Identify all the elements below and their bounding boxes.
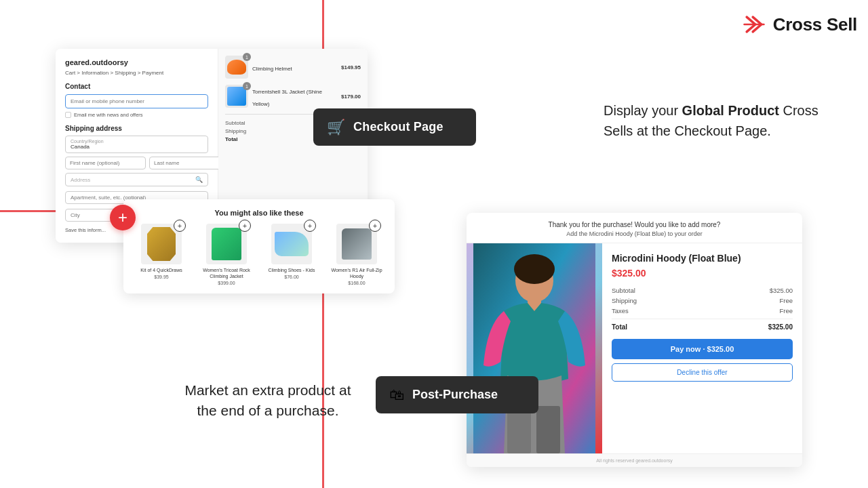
country-value: Canada bbox=[71, 144, 203, 150]
address-search-icon: 🔍 bbox=[195, 176, 203, 183]
email-news-row: Email me with news and offers bbox=[65, 112, 208, 118]
pp-subtotal-label: Subtotal bbox=[612, 287, 635, 294]
pp-shipping-label: Shipping bbox=[612, 297, 637, 304]
pp-person-svg bbox=[473, 243, 595, 453]
pp-product-name: Microdini Hoody (Float Blue) bbox=[612, 253, 793, 264]
email-input[interactable] bbox=[65, 94, 208, 108]
pp-body: Microdini Hoody (Float Blue) $325.00 Sub… bbox=[467, 243, 802, 453]
email-news-checkbox[interactable] bbox=[65, 112, 71, 118]
upsell-products-list: + Kit of 4 QuickDraws $39.95 + Women's T… bbox=[132, 224, 387, 285]
pp-footer: All rights reserved geared.outdoorsy bbox=[467, 453, 802, 467]
upsell-product-2-img: + bbox=[206, 224, 247, 264]
country-region-label: Country/Region bbox=[71, 139, 203, 144]
green-jacket-image bbox=[212, 228, 241, 260]
carabiners-image bbox=[147, 227, 176, 261]
pp-decline-button[interactable]: Decline this offer bbox=[612, 363, 793, 382]
pp-shipping-value: Free bbox=[779, 297, 793, 304]
hoodie-image bbox=[342, 228, 372, 260]
upsell-product-1-img: + bbox=[141, 224, 182, 264]
upsell-product-1: + Kit of 4 QuickDraws $39.95 bbox=[132, 224, 191, 285]
logo-text: Cross Sell bbox=[773, 14, 857, 35]
pp-subtotal-value: $325.00 bbox=[770, 287, 793, 294]
bottom-text-line2: the end of a purchase. bbox=[166, 401, 370, 420]
pp-total-label: Total bbox=[612, 323, 627, 331]
cart-item-1-qty: 1 bbox=[243, 53, 251, 61]
upsell-panel: You might also like these + Kit of 4 Qui… bbox=[123, 199, 395, 293]
pp-right-panel: Microdini Hoody (Float Blue) $325.00 Sub… bbox=[602, 243, 802, 453]
cart-item-1-price: $149.95 bbox=[341, 64, 361, 70]
upsell-product-2: + Women's Tricoat Rock Climbing Jacket $… bbox=[197, 224, 256, 285]
pp-add-product-text: Add the Microdini Hoody (Float Blue) to … bbox=[476, 230, 793, 237]
cart-item-2-img: 1 bbox=[225, 85, 248, 108]
upsell-product-1-price: $39.95 bbox=[154, 274, 168, 279]
upsell-product-4-price: $168.00 bbox=[348, 281, 365, 285]
climbing-shoes-image bbox=[275, 232, 309, 256]
post-purchase-button[interactable]: 🛍 Post-Purchase bbox=[376, 376, 538, 413]
cross-sell-icon bbox=[742, 12, 766, 37]
cart-item-1-img: 1 bbox=[225, 56, 248, 79]
post-purchase-bag-icon: 🛍 bbox=[389, 386, 404, 404]
pp-footer-text: All rights reserved geared.outdoorsy bbox=[596, 458, 672, 463]
upsell-product-2-name: Women's Tricoat Rock Climbing Jacket bbox=[197, 267, 256, 279]
checkout-description: Display your Global Product Cross Sells … bbox=[604, 100, 834, 141]
pp-subtotal-row: Subtotal $325.00 bbox=[612, 287, 793, 294]
desc-bold: Global Product bbox=[682, 103, 779, 118]
pp-pay-button[interactable]: Pay now · $325.00 bbox=[612, 339, 793, 359]
address-input[interactable]: Address 🔍 bbox=[65, 173, 208, 186]
upsell-product-3-img: + bbox=[271, 224, 312, 264]
checkout-cart-icon: 🛒 bbox=[327, 119, 345, 136]
pp-price: $325.00 bbox=[612, 268, 793, 279]
breadcrumb: Cart > Information > Shipping > Payment bbox=[65, 70, 208, 76]
upsell-product-4-name: Women's R1 Air Full-Zip Hoody bbox=[327, 267, 387, 279]
cart-item-2-info: Torrentshell 3L Jacket (Shine Yellow) bbox=[252, 84, 337, 108]
pp-header: Thank you for the purchase! Would you li… bbox=[467, 213, 802, 243]
upsell-product-4-img: + bbox=[336, 224, 377, 264]
cart-item-2-price: $179.00 bbox=[341, 94, 361, 100]
upsell-add-btn-4[interactable]: + bbox=[369, 220, 381, 232]
subtotal-label: Subtotal bbox=[225, 120, 245, 126]
shipping-label: Shipping bbox=[225, 128, 246, 134]
country-select[interactable]: Country/Region Canada bbox=[65, 136, 208, 153]
post-purchase-label: Post-Purchase bbox=[412, 388, 498, 402]
pp-product-image bbox=[467, 243, 602, 453]
add-product-button[interactable]: + bbox=[110, 205, 136, 230]
upsell-product-1-name: Kit of 4 QuickDraws bbox=[140, 267, 182, 273]
first-name-input[interactable] bbox=[65, 157, 146, 169]
pp-total-value: $325.00 bbox=[768, 323, 793, 331]
jacket-image bbox=[227, 87, 246, 106]
cart-item-2: 1 Torrentshell 3L Jacket (Shine Yellow) … bbox=[225, 84, 361, 108]
svg-rect-6 bbox=[536, 406, 560, 453]
desc-before: Display your bbox=[604, 103, 682, 118]
checkout-page-button[interactable]: 🛒 Checkout Page bbox=[313, 108, 476, 146]
upsell-product-3-name: Climbing Shoes - Kids bbox=[269, 267, 315, 273]
pp-total-row: Total $325.00 bbox=[612, 323, 793, 331]
save-info-label: Save this inform... bbox=[65, 227, 106, 233]
cart-item-1-name: Climbing Helmet bbox=[252, 66, 292, 72]
cart-item-2-qty: 1 bbox=[243, 82, 251, 90]
pp-shipping-row: Shipping Free bbox=[612, 297, 793, 304]
pp-taxes-row: Taxes Free bbox=[612, 307, 793, 314]
pp-divider bbox=[612, 319, 793, 319]
pp-taxes-label: Taxes bbox=[612, 307, 629, 314]
bottom-text-line1: Market an extra product at bbox=[166, 380, 370, 400]
upsell-add-btn-2[interactable]: + bbox=[239, 220, 251, 232]
upsell-product-4: + Women's R1 Air Full-Zip Hoody $168.00 bbox=[327, 224, 387, 285]
upsell-product-3-price: $76.00 bbox=[284, 274, 298, 279]
post-purchase-mock: Thank you for the purchase! Would you li… bbox=[467, 213, 802, 467]
contact-label: Contact bbox=[65, 83, 208, 90]
svg-point-3 bbox=[514, 254, 555, 284]
cart-item-2-name: Torrentshell 3L Jacket (Shine Yellow) bbox=[252, 89, 322, 107]
post-purchase-description: Market an extra product at the end of a … bbox=[166, 380, 370, 420]
pp-thank-you-text: Thank you for the purchase! Would you li… bbox=[476, 221, 793, 228]
upsell-product-3: + Climbing Shoes - Kids $76.00 bbox=[262, 224, 321, 285]
upsell-title: You might also like these bbox=[132, 209, 387, 217]
upsell-add-btn-3[interactable]: + bbox=[304, 220, 316, 232]
shipping-address-label: Shipping address bbox=[65, 125, 208, 132]
helmet-image bbox=[227, 60, 246, 75]
logo-area: Cross Sell bbox=[742, 12, 857, 37]
upsell-product-2-price: $399.00 bbox=[218, 281, 235, 285]
name-row bbox=[65, 157, 208, 169]
total-label: Total bbox=[225, 136, 238, 142]
cart-item-1-info: Climbing Helmet bbox=[252, 61, 337, 73]
upsell-add-btn-1[interactable]: + bbox=[174, 220, 186, 232]
